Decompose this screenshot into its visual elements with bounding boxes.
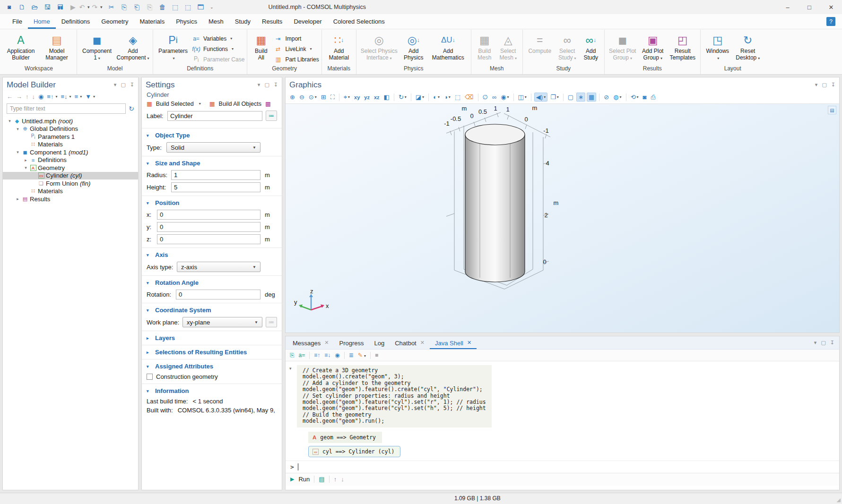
import-declarations-icon[interactable]: ⎘ <box>290 352 295 359</box>
expand-down-icon[interactable]: ≡↓ <box>61 93 67 100</box>
move-down-icon[interactable]: ≡↓ <box>324 352 330 359</box>
orthographic-camera-icon[interactable]: ◧ <box>382 93 391 101</box>
run-icon[interactable]: ▶ <box>67 1 79 13</box>
stop-icon[interactable]: ■ <box>375 352 378 359</box>
maximize-button[interactable]: □ <box>799 0 820 14</box>
float-panel-icon[interactable]: ▢ <box>121 82 125 88</box>
forward-icon[interactable]: → <box>16 93 22 100</box>
view-hidden-icon[interactable]: ∞ <box>491 93 498 101</box>
appearance-icon[interactable]: ❐▾ <box>549 93 560 101</box>
tree-item-global-definitions[interactable]: ▾⊕ Global Definitions <box>3 125 138 133</box>
section-object-type[interactable]: ▾Object Type <box>147 132 277 139</box>
tab-progress[interactable]: Progress <box>334 336 369 349</box>
float-panel-icon[interactable]: ▢ <box>822 82 826 88</box>
menu-home[interactable]: Home <box>28 14 56 29</box>
close-tab-icon[interactable]: ✕ <box>467 340 471 349</box>
color-palette-icon[interactable]: ◍▾ <box>612 93 623 101</box>
close-tab-icon[interactable]: ✕ <box>324 340 329 349</box>
delete-icon[interactable]: 🗑 <box>156 1 169 13</box>
section-size-shape[interactable]: ▾Size and Shape <box>147 160 277 167</box>
environment-reflections-icon[interactable]: ◑▾ <box>443 93 452 101</box>
height-input[interactable] <box>171 182 260 192</box>
menu-study[interactable]: Study <box>229 14 256 29</box>
add-physics-button[interactable]: ◎↓ AddPhysics <box>400 32 427 61</box>
paste-insert-icon[interactable]: ⎘ <box>143 1 156 13</box>
view-yz-icon[interactable]: yz <box>363 94 371 101</box>
application-builder-button[interactable]: A ApplicationBuilder <box>3 32 38 61</box>
customize-toolbar-icon[interactable]: ⌄ <box>210 5 214 9</box>
find-icon[interactable]: 🗔 <box>194 1 207 13</box>
zoom-in-icon[interactable]: ⊕ <box>288 93 296 101</box>
float-panel-icon[interactable]: ▢ <box>821 340 825 346</box>
cut-icon[interactable]: ✂ <box>105 1 118 13</box>
tab-chatbot[interactable]: Chatbot✕ <box>390 336 430 349</box>
add-material-button[interactable]: ∷↓ AddMaterial <box>324 32 354 61</box>
menu-geometry[interactable]: Geometry <box>95 14 134 29</box>
section-position[interactable]: ▾Position <box>147 199 277 206</box>
menu-materials[interactable]: Materials <box>134 14 170 29</box>
clear-icon[interactable]: ✎▾ <box>358 352 366 359</box>
history-up-icon[interactable]: ↑ <box>334 476 337 483</box>
close-button[interactable]: ✕ <box>820 0 842 14</box>
output-geom[interactable]: A geom ==> Geometry <box>308 432 382 443</box>
panel-menu-icon[interactable]: ▾ <box>815 82 818 88</box>
tree-item-cylinder[interactable]: ▭ Cylinder(cyl) <box>3 172 138 180</box>
reset-desktop-button[interactable]: ↻ ResetDesktop▾ <box>733 32 763 62</box>
copy-icon[interactable]: ⎘ <box>118 1 130 13</box>
label-input[interactable] <box>167 111 262 121</box>
run-icon[interactable]: ▶ <box>290 476 294 482</box>
build-preview-icon[interactable]: ▩ <box>265 100 271 107</box>
tab-messages[interactable]: Messages✕ <box>287 336 334 349</box>
result-templates-button[interactable]: ◰ ResultTemplates <box>668 32 698 61</box>
section-coordinate-system[interactable]: ▾Coordinate System <box>147 307 277 314</box>
move-down-icon[interactable]: ↓ <box>32 93 35 100</box>
import-button[interactable]: ⇥ Import <box>273 34 319 43</box>
undo-icon[interactable]: ↶▾ <box>79 1 92 13</box>
scene-light-icon[interactable]: ◐▾ <box>432 93 441 101</box>
x-input[interactable] <box>157 210 260 220</box>
build-selected-button[interactable]: Build Selected <box>156 101 194 107</box>
output-cyl[interactable]: ▭ cyl ==> Cylinder (cyl) <box>308 446 400 457</box>
float-panel-icon[interactable]: ▢ <box>264 82 269 88</box>
work-plane-dropdown[interactable]: xy-plane▼ <box>182 317 262 327</box>
menu-colored-selections[interactable]: Colored Selections <box>328 14 391 29</box>
model-tree-nodes-icon[interactable]: ≡ <box>75 93 78 100</box>
parameters-button[interactable]: Pi Parameters▾ <box>156 32 191 62</box>
history-down-icon[interactable]: ↓ <box>341 476 344 483</box>
hide-objects-icon[interactable]: ∅ <box>481 93 489 101</box>
section-assigned-attributes[interactable]: ▾Assigned Attributes <box>147 363 277 370</box>
zoom-out-icon[interactable]: ⊖ <box>298 93 306 101</box>
open-icon[interactable]: 🗁 <box>28 1 41 13</box>
functions-button[interactable]: f(x) Functions▾ <box>191 44 244 53</box>
y-input[interactable] <box>157 222 260 232</box>
synchronize-icon[interactable]: ⟲▾ <box>629 93 640 101</box>
print-icon[interactable]: ⎙ <box>649 93 657 102</box>
shell-prompt[interactable]: > <box>286 461 839 473</box>
command-list-icon[interactable]: ▤ <box>319 476 324 483</box>
run-button[interactable]: Run <box>298 476 310 483</box>
variables-icon[interactable]: a= <box>299 352 305 359</box>
zoom-extents-icon[interactable]: ⛶ <box>329 93 336 102</box>
go-to-view-icon[interactable]: ⌖▾ <box>342 93 351 102</box>
component-1-button[interactable]: ◼ Component1▾ <box>79 32 114 62</box>
section-information[interactable]: ▾Information <box>147 387 277 394</box>
menu-definitions[interactable]: Definitions <box>56 14 96 29</box>
screenshot-icon[interactable]: ◙ <box>642 93 648 101</box>
tab-log[interactable]: Log <box>369 336 390 349</box>
back-icon[interactable]: ← <box>7 93 13 100</box>
new-file-icon[interactable]: 🗋 <box>16 1 28 13</box>
build-all-button[interactable]: ▦ BuildAll <box>250 32 272 61</box>
tree-item-form-union[interactable]: ❏ Form Union(fin) <box>3 179 138 188</box>
menu-developer[interactable]: Developer <box>288 14 327 29</box>
show-material-color-icon[interactable]: ▢ <box>566 93 575 101</box>
resize-grip-icon[interactable]: ◢ <box>837 497 841 503</box>
transparency-icon[interactable]: ◪▾ <box>414 93 425 101</box>
center-view-icon[interactable]: ⊞ <box>320 93 328 101</box>
close-tab-icon[interactable]: ✕ <box>420 340 425 349</box>
variables-button[interactable]: a= Variables▾ <box>191 34 244 43</box>
show-axis-orientation-icon[interactable]: ∗ <box>576 93 585 102</box>
graphics-canvas[interactable]: ▤ <box>286 104 839 333</box>
tree-item-geometry[interactable]: ▾A Geometry <box>3 164 138 172</box>
panel-menu-icon[interactable]: ▾ <box>258 82 260 88</box>
tree-item-materials-component[interactable]: ∷ Materials <box>3 188 138 196</box>
